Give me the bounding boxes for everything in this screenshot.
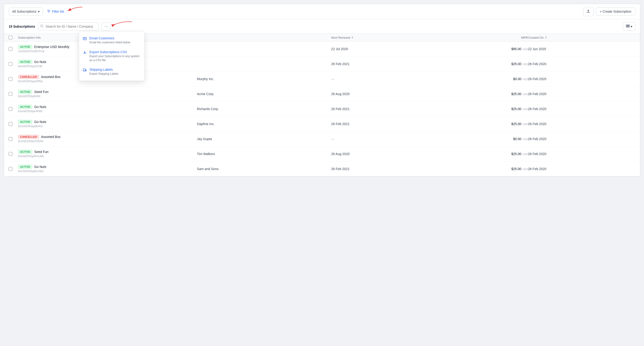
status-badge-7: ACTIVE bbox=[18, 150, 32, 154]
more-icon: ··· bbox=[105, 24, 108, 29]
status-badge-8: ACTIVE bbox=[18, 165, 32, 169]
create-label: + Create Subscription bbox=[600, 10, 631, 13]
email-customers-desc: Email the customers listed below bbox=[90, 41, 130, 45]
currency-5: USD bbox=[522, 123, 528, 126]
arrow-annotation-more bbox=[111, 20, 134, 32]
upload-button[interactable] bbox=[583, 7, 594, 16]
table-row[interactable]: ACTIVE Seed Fun 6nmWZRrbyl64NI Acme Corp… bbox=[4, 87, 640, 101]
header-next-renewal[interactable]: Next Renewal bbox=[331, 36, 439, 39]
col-sub-info-7: ACTIVE Seed Fun 6nmWZRrbyRmUMs bbox=[18, 150, 197, 158]
export-csv-icon bbox=[83, 51, 86, 55]
col-created-3: 26 Feb 2020 bbox=[528, 92, 635, 96]
svg-rect-5 bbox=[628, 25, 630, 27]
all-subscriptions-dropdown[interactable]: All Subscriptions ▾ bbox=[9, 8, 43, 16]
row-checkbox-8 bbox=[9, 167, 18, 171]
row-select-7[interactable] bbox=[9, 152, 12, 156]
dropdown-item-shipping[interactable]: Shipping Labels Export Shipping Labels bbox=[79, 65, 144, 79]
currency-7: USD bbox=[522, 153, 528, 156]
table-row[interactable]: ACTIVE Go Nuts 6nmWZRrbyaBHNJ Daphne Inc… bbox=[4, 116, 640, 131]
col-sub-info-4: ACTIVE Go Nuts 6nmWZRrbye4INW bbox=[18, 105, 197, 113]
col-renewal-4: 26 Feb 2021 bbox=[331, 107, 439, 111]
col-mrr-8: $25.00 USD bbox=[438, 167, 528, 171]
col-renewal-6: — bbox=[331, 137, 439, 141]
sub-id-4: 6nmWZRrbye4INW bbox=[18, 110, 197, 113]
sort-created-icon bbox=[545, 36, 547, 39]
sub-name-1: Go Nuts bbox=[34, 60, 46, 64]
columns-button-wrapper: ▾ bbox=[623, 22, 635, 31]
col-company-7: Tim Walkers bbox=[197, 152, 331, 156]
row-select-3[interactable] bbox=[9, 92, 12, 96]
row-select-1[interactable] bbox=[9, 62, 12, 66]
select-all-checkbox[interactable] bbox=[9, 36, 12, 39]
currency-6: USD bbox=[522, 138, 528, 141]
table-row[interactable]: ACTIVE Go Nuts 6nmWZRrbyMo1MU Sam and So… bbox=[4, 161, 640, 176]
shipping-labels-title: Shipping Labels bbox=[90, 68, 118, 72]
dropdown-menu: Email Customers Email the customers list… bbox=[79, 31, 144, 81]
svg-point-8 bbox=[84, 71, 84, 72]
sub-name-6: Assorted Box bbox=[41, 135, 60, 139]
currency-3: USD bbox=[522, 93, 528, 96]
upload-icon bbox=[586, 9, 590, 14]
col-mrr-3: $25.00 USD bbox=[438, 92, 528, 96]
col-renewal-2: — bbox=[331, 77, 439, 81]
export-csv-title: Export Subscriptions CSV bbox=[90, 50, 140, 54]
table-row[interactable]: ACTIVE Go Nuts 6nmWZRrbye4INW Richards C… bbox=[4, 101, 640, 116]
filter-list-button[interactable]: Filter list bbox=[46, 8, 65, 16]
header-company bbox=[197, 36, 331, 39]
status-badge-6: CANCELLED bbox=[18, 135, 39, 139]
create-subscription-button[interactable]: + Create Subscription bbox=[596, 8, 635, 16]
table-row[interactable]: ACTIVE Seed Fun 6nmWZRrbyRmUMs Tim Walke… bbox=[4, 146, 640, 161]
header-created-on[interactable]: Created On bbox=[528, 36, 635, 39]
filter-icon bbox=[47, 9, 50, 14]
col-sub-info-6: CANCELLED Assorted Box 6nmWZRrbyVOEN6 bbox=[18, 135, 197, 143]
sub-id-7: 6nmWZRrbyRmUMs bbox=[18, 155, 197, 158]
sub-name-row-7: ACTIVE Seed Fun bbox=[18, 150, 197, 154]
row-select-5[interactable] bbox=[9, 122, 12, 126]
row-select-6[interactable] bbox=[9, 137, 12, 141]
status-badge-3: ACTIVE bbox=[18, 90, 32, 94]
svg-rect-3 bbox=[626, 25, 627, 27]
sub-name-8: Go Nuts bbox=[34, 165, 46, 169]
more-options-button[interactable]: ··· bbox=[102, 22, 111, 31]
dropdown-item-email[interactable]: Email Customers Email the customers list… bbox=[79, 34, 144, 47]
columns-button[interactable]: ▾ bbox=[623, 22, 635, 31]
sub-name-row-4: ACTIVE Go Nuts bbox=[18, 105, 197, 109]
row-select-8[interactable] bbox=[9, 167, 12, 171]
sub-id-6: 6nmWZRrbyVOEN6 bbox=[18, 140, 197, 143]
export-csv-desc: Export your Subscriptions to any system … bbox=[90, 54, 140, 62]
col-company-3: Acme Corp. bbox=[197, 92, 331, 96]
col-mrr-7: $25.00 USD bbox=[438, 152, 528, 156]
search-input-wrapper bbox=[38, 23, 99, 31]
header-renewal-label: Next Renewal bbox=[331, 36, 350, 39]
col-mrr-1: $25.00 USD bbox=[438, 62, 528, 66]
col-company-4: Richards Corp. bbox=[197, 107, 331, 111]
col-sub-info-3: ACTIVE Seed Fun 6nmWZRrbyl64NI bbox=[18, 90, 197, 98]
dropdown-item-export-csv[interactable]: Export Subscriptions CSV Export your Sub… bbox=[79, 47, 144, 65]
table-row[interactable]: CANCELLED Assorted Box 6nmWZRrbyVOEN6 Ja… bbox=[4, 131, 640, 146]
sub-name-row-3: ACTIVE Seed Fun bbox=[18, 90, 197, 94]
dropdown-item-shipping-text: Shipping Labels Export Shipping Labels bbox=[90, 68, 118, 76]
search-input[interactable] bbox=[38, 23, 99, 31]
row-select-2[interactable] bbox=[9, 77, 12, 81]
col-created-2: 26 Feb 2020 bbox=[528, 77, 635, 81]
col-created-0: 22 Jun 2020 bbox=[528, 47, 635, 51]
chevron-down-icon: ▾ bbox=[38, 10, 40, 13]
col-mrr-2: $0.00 USD bbox=[438, 77, 528, 81]
svg-point-9 bbox=[86, 71, 86, 72]
sub-name-5: Go Nuts bbox=[34, 120, 46, 124]
col-created-7: 26 Feb 2020 bbox=[528, 152, 635, 156]
col-renewal-8: 26 Feb 2021 bbox=[331, 167, 439, 171]
col-created-4: 26 Feb 2020 bbox=[528, 107, 635, 111]
header-sub-info-label: Subscription Info bbox=[18, 36, 41, 39]
shipping-icon bbox=[83, 68, 86, 73]
col-renewal-5: 26 Feb 2021 bbox=[331, 122, 439, 126]
search-row-left: 15 Subscriptions ··· bbox=[9, 22, 111, 31]
row-select-4[interactable] bbox=[9, 107, 12, 111]
sub-id-3: 6nmWZRrbyl64NI bbox=[18, 95, 197, 98]
col-mrr-0: $85.00 USD bbox=[438, 47, 528, 51]
row-checkbox-3 bbox=[9, 92, 18, 96]
row-select-0[interactable] bbox=[9, 47, 12, 51]
toolbar: All Subscriptions ▾ Filter list bbox=[4, 4, 640, 19]
currency-0: USD bbox=[522, 48, 528, 51]
row-checkbox-2 bbox=[9, 77, 18, 81]
